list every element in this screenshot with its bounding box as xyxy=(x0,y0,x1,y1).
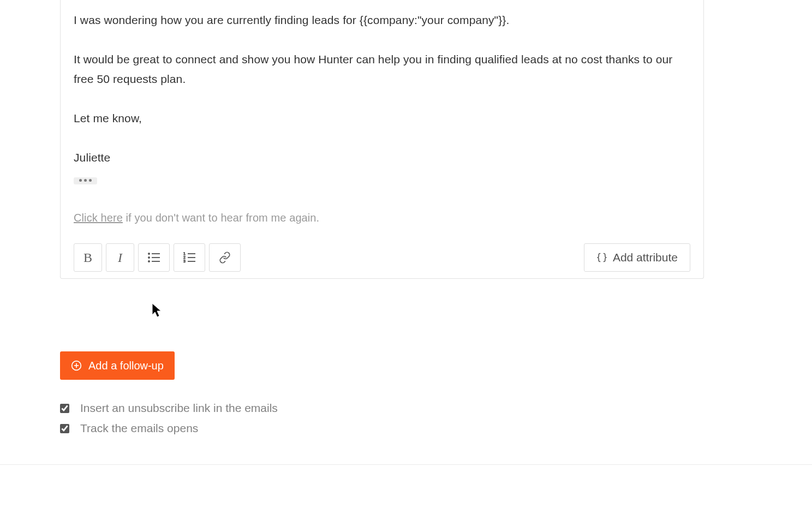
option-unsubscribe-label: Insert an unsubscribe link in the emails xyxy=(80,402,278,415)
plus-circle-icon xyxy=(71,360,82,371)
footer-separator xyxy=(0,464,812,465)
svg-text:2: 2 xyxy=(183,255,186,259)
add-attribute-label: Add attribute xyxy=(613,251,678,264)
checkbox-unsubscribe[interactable] xyxy=(60,404,69,413)
bullet-list-button[interactable] xyxy=(138,243,170,272)
braces-icon xyxy=(596,252,607,263)
option-unsubscribe[interactable]: Insert an unsubscribe link in the emails xyxy=(60,402,752,415)
add-followup-label: Add a follow-up xyxy=(88,360,164,372)
numbered-list-button[interactable]: 1 2 3 xyxy=(174,243,205,272)
bold-button[interactable]: B xyxy=(74,243,102,272)
signature: Juliette xyxy=(74,148,690,168)
email-line: I was wondering how you are currently fi… xyxy=(74,10,690,30)
option-track-opens-label: Track the emails opens xyxy=(80,422,198,435)
campaign-options: Insert an unsubscribe link in the emails… xyxy=(60,402,752,435)
email-editor-card: I was wondering how you are currently fi… xyxy=(60,0,704,279)
blank-line xyxy=(74,128,690,148)
add-attribute-button[interactable]: Add attribute xyxy=(584,243,690,272)
unsubscribe-rest: if you don't want to hear from me again. xyxy=(123,212,319,224)
numbered-list-icon: 1 2 3 xyxy=(183,252,195,263)
editor-toolbar: B I 1 xyxy=(74,243,690,272)
svg-point-4 xyxy=(148,260,150,262)
email-body[interactable]: I was wondering how you are currently fi… xyxy=(74,0,690,227)
bold-icon: B xyxy=(83,250,92,265)
unsubscribe-link[interactable]: Click here xyxy=(74,212,123,224)
option-track-opens[interactable]: Track the emails opens xyxy=(60,422,752,435)
blank-line xyxy=(74,89,690,109)
format-button-group: B I 1 xyxy=(74,243,241,272)
svg-point-2 xyxy=(148,256,150,258)
email-line: It would be great to connect and show yo… xyxy=(74,50,690,89)
unsubscribe-line: Click here if you don't want to hear fro… xyxy=(74,208,690,227)
svg-text:3: 3 xyxy=(183,259,186,263)
link-icon xyxy=(219,252,231,264)
checkbox-track-opens[interactable] xyxy=(60,424,69,433)
add-followup-button[interactable]: Add a follow-up xyxy=(60,351,175,380)
email-line: Let me know, xyxy=(74,109,690,128)
italic-button[interactable]: I xyxy=(106,243,134,272)
blank-line xyxy=(74,30,690,50)
link-button[interactable] xyxy=(209,243,241,272)
italic-icon: I xyxy=(118,250,122,265)
bullet-list-icon xyxy=(148,253,160,262)
trimmed-content-ellipsis[interactable] xyxy=(74,177,97,184)
svg-point-0 xyxy=(148,253,150,254)
